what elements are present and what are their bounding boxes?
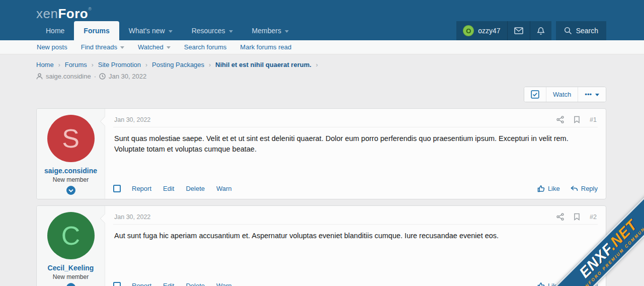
breadcrumb-separator: ›: [92, 61, 94, 68]
chevron-down-icon: [285, 30, 289, 33]
avatar[interactable]: C: [47, 212, 95, 259]
subnav-mark-forums-read[interactable]: Mark forums read: [240, 43, 291, 51]
page-content: Home› Forums› Site Promotion› Posting Pa…: [0, 54, 644, 286]
search-icon: [564, 27, 572, 35]
share-icon[interactable]: [556, 116, 564, 123]
thread-title: Nihil et est nihil quaerat rerum.: [215, 61, 311, 68]
post-author-role: New member: [53, 273, 89, 280]
edit-link[interactable]: Edit: [163, 185, 174, 192]
thread-author[interactable]: saige.considine: [46, 73, 91, 80]
thread-date[interactable]: Jan 30, 2022: [109, 73, 146, 80]
breadcrumb: Home› Forums› Site Promotion› Posting Pa…: [36, 61, 606, 68]
chevron-down-icon: [595, 94, 599, 96]
post-select-checkbox[interactable]: [113, 282, 121, 286]
subnav-find-threads[interactable]: Find threads: [81, 43, 124, 51]
forum-subnav: New posts Find threads Watched Search fo…: [0, 40, 644, 54]
post-1: S saige.considine New member Jan 30, 202…: [36, 108, 606, 199]
nav-tab-members[interactable]: Members: [243, 21, 298, 40]
edit-link[interactable]: Edit: [163, 282, 174, 286]
main-nav: Home Forums What's new Resources Members…: [0, 21, 644, 40]
report-link[interactable]: Report: [132, 282, 151, 286]
nav-tab-resources[interactable]: Resources: [182, 21, 243, 40]
breadcrumb-forums[interactable]: Forums: [65, 61, 87, 68]
subnav-watched[interactable]: Watched: [138, 43, 171, 51]
chevron-down-icon: [167, 46, 171, 49]
post-author-cell: C Cecil_Keeling New member: [37, 206, 105, 286]
breadcrumb-posting-packages[interactable]: Posting Packages: [152, 61, 204, 68]
chevron-down-icon: [68, 189, 73, 192]
reply-arrow-icon: [571, 185, 578, 192]
moderator-links: Report Edit Delete Warn: [132, 282, 232, 286]
bookmark-icon[interactable]: [574, 116, 580, 123]
warn-link[interactable]: Warn: [216, 185, 232, 192]
reply-button[interactable]: Reply: [571, 185, 598, 192]
chevron-down-icon: [229, 30, 233, 33]
post-date[interactable]: Jan 30, 2022: [114, 116, 150, 123]
expand-user-info-button[interactable]: [66, 283, 75, 286]
post-date[interactable]: Jan 30, 2022: [114, 213, 150, 221]
bell-icon: [537, 27, 545, 35]
breadcrumb-separator: ›: [316, 61, 318, 68]
inbox-button[interactable]: [507, 21, 530, 40]
breadcrumb-site-promotion[interactable]: Site Promotion: [98, 61, 141, 68]
post-message: Jan 30, 2022 #1 Sunt quas molestiae saep…: [105, 109, 606, 199]
post-author-cell: S saige.considine New member: [37, 109, 105, 199]
post-author-link[interactable]: saige.considine: [44, 167, 97, 175]
site-header: xenForo® Home Forums What's new Resource…: [0, 0, 644, 40]
post-content: Sunt quas molestiae saepe. Velit et et u…: [113, 127, 598, 178]
watch-button[interactable]: Watch: [546, 87, 578, 102]
breadcrumb-home[interactable]: Home: [36, 61, 54, 68]
avatar[interactable]: S: [47, 115, 95, 162]
post-number[interactable]: #1: [590, 116, 597, 123]
subnav-search-forums[interactable]: Search forums: [184, 43, 227, 51]
thumbs-up-icon: [537, 185, 545, 192]
nav-tab-whats-new[interactable]: What's new: [119, 21, 182, 40]
post-select-checkbox[interactable]: [113, 185, 121, 192]
delete-link[interactable]: Delete: [186, 282, 205, 286]
post-message: Jan 30, 2022 #2 Aut sunt fuga hic aperia…: [105, 206, 606, 286]
share-icon[interactable]: [556, 213, 564, 221]
user-avatar: O: [463, 25, 474, 36]
breadcrumb-separator: ›: [145, 61, 147, 68]
bookmark-icon[interactable]: [574, 213, 580, 221]
report-link[interactable]: Report: [132, 185, 151, 192]
visitor-panel: O ozzy47: [456, 21, 551, 40]
username-label: ozzy47: [478, 27, 500, 35]
post-author-link[interactable]: Cecil_Keeling: [48, 264, 94, 272]
post-2: C Cecil_Keeling New member Jan 30, 2022 …: [36, 205, 606, 286]
chevron-down-icon: [120, 46, 124, 49]
post-number[interactable]: #2: [590, 213, 597, 221]
expand-user-info-button[interactable]: [66, 186, 75, 195]
checkbox-checked-icon: [531, 90, 539, 99]
xenforo-logo[interactable]: xenForo®: [36, 7, 92, 21]
nav-tab-home[interactable]: Home: [36, 21, 74, 40]
moderator-links: Report Edit Delete Warn: [132, 185, 232, 192]
like-button[interactable]: Like: [537, 185, 560, 192]
breadcrumb-separator: ›: [209, 61, 211, 68]
clock-icon: [99, 73, 106, 80]
account-menu[interactable]: O ozzy47: [456, 21, 507, 40]
nav-tab-forums[interactable]: Forums: [74, 21, 119, 40]
post-author-role: New member: [53, 176, 89, 183]
subnav-new-posts[interactable]: New posts: [37, 43, 67, 51]
person-icon: [36, 73, 43, 80]
post-content: Aut sunt fuga hic aperiam accusantium et…: [113, 225, 598, 275]
thread-meta: saige.considine · Jan 30, 2022: [36, 73, 606, 80]
delete-link[interactable]: Delete: [186, 185, 205, 192]
alerts-button[interactable]: [530, 21, 551, 40]
more-options-button[interactable]: •••: [578, 87, 606, 102]
search-button[interactable]: Search: [556, 21, 606, 40]
breadcrumb-separator: ›: [58, 61, 60, 68]
warn-link[interactable]: Warn: [216, 282, 232, 286]
chevron-down-icon: [169, 30, 173, 33]
thumbs-up-icon: [537, 282, 545, 286]
post-reactions: Like Reply: [537, 185, 598, 192]
thread-toolbar: Watch •••: [36, 87, 606, 102]
envelope-icon: [514, 27, 523, 34]
select-all-posts-button[interactable]: [524, 87, 546, 102]
